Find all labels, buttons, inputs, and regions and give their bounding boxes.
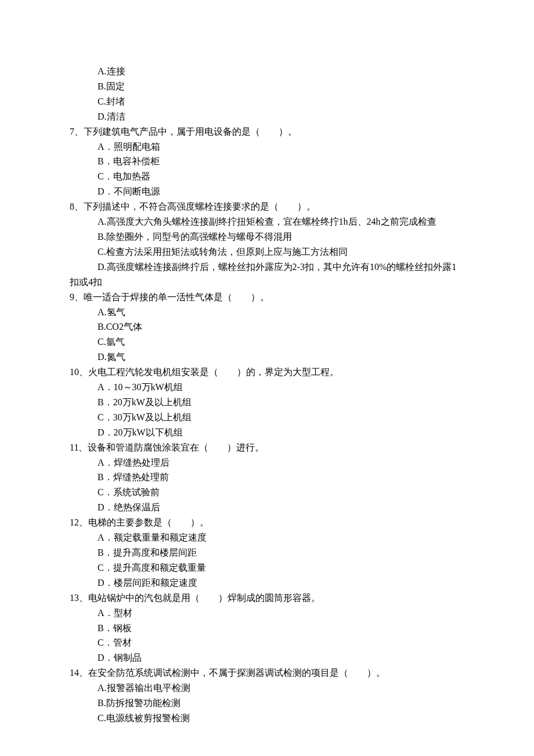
q6-option-a: A.连接 [70, 64, 464, 79]
q6-option-b: B.固定 [70, 79, 464, 94]
q12-option-c: C．提升高度和额定载重量 [70, 560, 464, 575]
q11-stem: 11、设备和管道防腐蚀涂装宜在（ ）进行。 [70, 440, 464, 455]
q8-option-d-line1: D.高强度螺栓连接副终拧后，螺栓丝扣外露应为2-3扣，其中允许有10%的螺栓丝扣… [70, 260, 464, 275]
q9-option-b: B.CO2气体 [70, 319, 464, 334]
q14-option-c: C.电源线被剪报警检测 [70, 711, 464, 726]
q7-option-c: C．电加热器 [70, 169, 464, 184]
q10-option-a: A．10～30万kW机组 [70, 380, 464, 395]
q7-option-b: B．电容补偿柜 [70, 154, 464, 169]
q9-option-d: D.氮气 [70, 350, 464, 365]
q12-stem: 12、电梯的主要参数是（ ）。 [70, 515, 464, 530]
q14-stem: 14、在安全防范系统调试检测中，不属于探测器调试检测的项目是（ ）。 [70, 665, 464, 681]
q7-option-a: A．照明配电箱 [70, 139, 464, 154]
q12-option-d: D．楼层间距和额定速度 [70, 575, 464, 591]
q12-option-a: A．额定载重量和额定速度 [70, 530, 464, 545]
q13-option-d: D．钢制品 [70, 650, 464, 665]
q8-option-c: C.检查方法采用扭矩法或转角法，但原则上应与施工方法相同 [70, 244, 464, 260]
page-content: A.连接 B.固定 C.封堵 D.清洁 7、下列建筑电气产品中，属于用电设备的是… [0, 64, 534, 726]
q11-option-d: D．绝热保温后 [70, 500, 464, 515]
q13-option-a: A．型材 [70, 606, 464, 621]
q7-stem: 7、下列建筑电气产品中，属于用电设备的是（ ）。 [70, 124, 464, 139]
q11-option-c: C．系统试验前 [70, 485, 464, 500]
q8-stem: 8、下列描述中，不符合高强度螺栓连接要求的是（ ）。 [70, 199, 464, 214]
q10-option-d: D．20万kW以下机组 [70, 425, 464, 440]
q11-option-b: B．焊缝热处理前 [70, 470, 464, 485]
q10-stem: 10、火电工程汽轮发电机组安装是（ ）的，界定为大型工程。 [70, 365, 464, 380]
q9-stem: 9、唯一适合于焊接的单一活性气体是（ ）。 [70, 290, 464, 305]
q14-option-b: B.防拆报警功能检测 [70, 696, 464, 711]
q13-option-b: B．钢板 [70, 621, 464, 636]
q9-option-a: A.氢气 [70, 305, 464, 320]
q11-option-a: A．焊缝热处理后 [70, 455, 464, 470]
q6-option-d: D.清洁 [70, 109, 464, 124]
q14-option-a: A.报警器输出电平检测 [70, 681, 464, 696]
q8-option-d-line2: 扣或4扣 [70, 275, 464, 290]
q9-option-c: C.氩气 [70, 334, 464, 350]
q7-option-d: D．不间断电源 [70, 184, 464, 199]
q13-option-c: C．管材 [70, 635, 464, 650]
q6-option-c: C.封堵 [70, 94, 464, 109]
q10-option-c: C．30万kW及以上机组 [70, 410, 464, 425]
q8-option-a: A.高强度大六角头螺栓连接副终拧扭矩检查，宜在螺栓终拧1h后、24h之前完成检查 [70, 214, 464, 229]
q13-stem: 13、电站锅炉中的汽包就是用（ ）焊制成的圆筒形容器。 [70, 591, 464, 606]
q12-option-b: B．提升高度和楼层间距 [70, 545, 464, 560]
q10-option-b: B．20万kW及以上机组 [70, 395, 464, 410]
q8-option-b: B.除垫圈外，同型号的高强螺栓与螺母不得混用 [70, 229, 464, 244]
